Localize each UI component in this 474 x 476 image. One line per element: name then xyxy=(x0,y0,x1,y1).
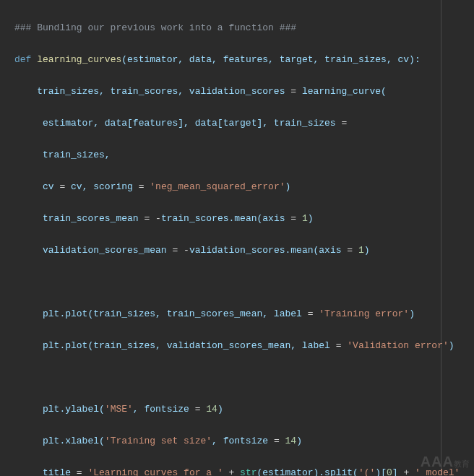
params: (estimator, data, features, target, trai… xyxy=(121,54,420,65)
comment: ### Bundling our previous work into a fu… xyxy=(14,22,296,33)
func-name: learning_curves xyxy=(37,54,121,65)
ruler-line xyxy=(441,0,441,476)
code-block: ### Bundling our previous work into a fu… xyxy=(0,0,474,476)
kw-def: def xyxy=(14,54,31,65)
